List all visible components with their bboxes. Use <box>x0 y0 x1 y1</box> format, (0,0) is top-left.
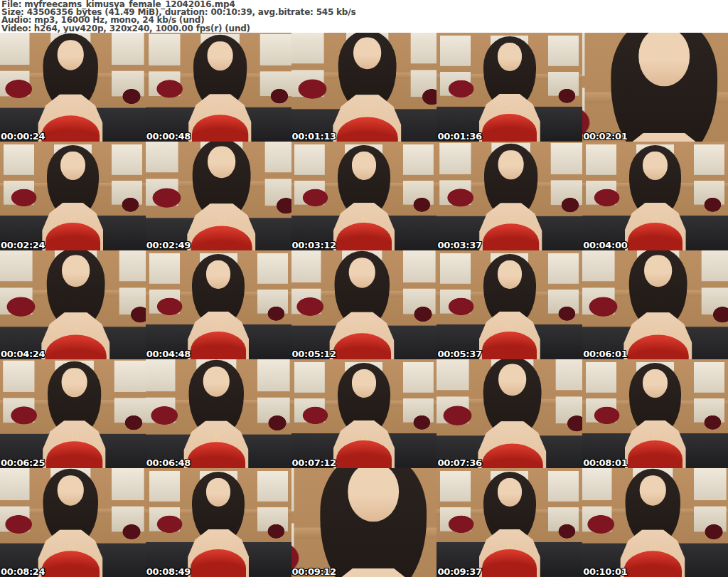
video-thumbnail: 00:05:37 <box>437 250 582 359</box>
thumbnail-timestamp: 00:06:01 <box>583 349 627 359</box>
thumbnail-timestamp: 00:09:37 <box>437 567 481 576</box>
video-thumbnail: 00:02:49 <box>146 142 291 250</box>
video-thumbnail: 00:09:12 <box>291 468 437 577</box>
thumbnail-timestamp: 00:00:48 <box>146 132 191 141</box>
video-thumbnail: 00:09:37 <box>437 468 582 577</box>
thumbnail-image <box>146 33 291 142</box>
figure-silhouette <box>183 420 248 468</box>
thumbnail-image <box>437 142 582 250</box>
thumbnail-image <box>582 250 728 359</box>
thumbnail-timestamp: 00:00:24 <box>1 132 45 141</box>
video-thumbnail: 00:04:00 <box>582 142 728 250</box>
figure-silhouette <box>41 312 109 359</box>
thumbnail-image <box>0 33 146 142</box>
figure-silhouette <box>479 312 540 359</box>
figure-silhouette <box>329 312 394 359</box>
video-thumbnail: 00:06:48 <box>146 359 291 468</box>
thumbnail-timestamp: 00:08:49 <box>146 567 191 576</box>
thumbnail-image <box>291 359 437 468</box>
thumbnail-timestamp: 00:01:36 <box>437 132 481 141</box>
figure-silhouette <box>38 529 103 577</box>
video-thumbnail: 00:02:24 <box>0 142 146 250</box>
file-info-header: File: myfreecams_kimusya_female_12042016… <box>0 0 728 33</box>
video-thumbnail: 00:07:12 <box>291 359 437 468</box>
video-thumbnail: 00:10:01 <box>582 468 728 577</box>
thumbnail-image <box>146 468 291 577</box>
thumbnail-image <box>291 142 437 250</box>
figure-silhouette <box>479 529 540 577</box>
video-thumbnail: 00:00:48 <box>146 33 291 142</box>
video-thumbnail: 00:02:01 <box>582 33 728 142</box>
thumbnail-timestamp: 00:05:12 <box>292 349 336 359</box>
thumbnail-image <box>146 250 291 359</box>
figure-silhouette <box>42 203 103 250</box>
thumbnail-image <box>146 359 291 468</box>
video-thumbnail: 00:06:25 <box>0 359 146 468</box>
figure-silhouette <box>188 529 249 577</box>
video-info-line: Video: h264, yuv420p, 320x240, 1000.00 f… <box>1 25 728 33</box>
figure-silhouette <box>188 312 249 359</box>
thumbnail-timestamp: 00:06:48 <box>146 458 191 467</box>
thumbnail-image <box>437 33 582 142</box>
thumbnail-image <box>437 468 582 577</box>
thumbnail-image <box>0 142 146 250</box>
figure-silhouette <box>621 529 685 577</box>
video-thumbnail: 00:08:01 <box>582 359 728 468</box>
video-thumbnail: 00:04:48 <box>146 250 291 359</box>
thumbnail-image <box>0 250 146 359</box>
figure-silhouette <box>480 203 543 250</box>
thumbnail-image <box>437 359 582 468</box>
video-thumbnail: 00:03:12 <box>291 142 437 250</box>
thumbnail-timestamp: 00:07:36 <box>437 458 481 467</box>
video-thumbnail: 00:04:24 <box>0 250 146 359</box>
thumbnail-timestamp: 00:03:37 <box>437 240 481 250</box>
thumbnail-timestamp: 00:01:13 <box>292 132 336 141</box>
thumbnail-image <box>582 33 728 142</box>
video-thumbnail: 00:01:36 <box>437 33 582 142</box>
thumbnail-image <box>291 33 437 142</box>
thumbnail-timestamp: 00:09:12 <box>292 567 336 576</box>
video-thumbnail: 00:07:36 <box>437 359 582 468</box>
thumbnail-timestamp: 00:08:01 <box>583 458 627 467</box>
thumbnail-image <box>0 468 146 577</box>
thumbnail-timestamp: 00:04:00 <box>583 240 627 250</box>
figure-silhouette <box>625 203 686 250</box>
video-thumbnail: 00:01:13 <box>291 33 437 142</box>
video-thumbnail: 00:06:01 <box>582 250 728 359</box>
figure-silhouette <box>625 420 686 468</box>
figure-silhouette <box>188 94 252 142</box>
video-thumbnail: 00:08:49 <box>146 468 291 577</box>
thumbnail-image <box>0 359 146 468</box>
figure-silhouette <box>479 94 540 142</box>
thumbnail-image <box>146 142 291 250</box>
video-thumbnail: 00:03:37 <box>437 142 582 250</box>
thumbnail-timestamp: 00:08:24 <box>1 567 45 576</box>
figure-silhouette <box>333 203 395 250</box>
video-thumbnail: 00:08:24 <box>0 468 146 577</box>
thumbnail-image <box>582 142 728 250</box>
video-thumbnail: 00:00:24 <box>0 33 146 142</box>
thumbnail-image <box>291 468 437 577</box>
thumbnail-grid: 00:00:24 00:00:48 00:01:13 00:01:36 00:0… <box>0 33 728 577</box>
thumbnail-image <box>291 250 437 359</box>
thumbnail-timestamp: 00:02:49 <box>146 240 191 250</box>
figure-silhouette <box>187 203 255 250</box>
thumbnail-timestamp: 00:04:48 <box>146 349 191 359</box>
figure-silhouette <box>333 95 401 142</box>
thumbnail-timestamp: 00:02:01 <box>583 132 627 141</box>
thumbnail-image <box>437 250 582 359</box>
figure-silhouette <box>38 94 103 142</box>
thumbnail-timestamp: 00:10:01 <box>583 567 627 576</box>
thumbnail-image <box>582 468 728 577</box>
thumbnail-timestamp: 00:05:37 <box>437 349 481 359</box>
figure-silhouette <box>478 421 547 468</box>
figure-silhouette <box>333 420 395 468</box>
figure-silhouette <box>624 312 692 359</box>
thumbnail-timestamp: 00:04:24 <box>1 349 45 359</box>
video-thumbnail: 00:05:12 <box>291 250 437 359</box>
thumbnail-timestamp: 00:02:24 <box>1 240 45 250</box>
thumbnail-timestamp: 00:03:12 <box>292 240 336 250</box>
thumbnail-timestamp: 00:07:12 <box>292 458 336 467</box>
thumbnail-image <box>582 359 728 468</box>
figure-silhouette <box>43 420 106 468</box>
